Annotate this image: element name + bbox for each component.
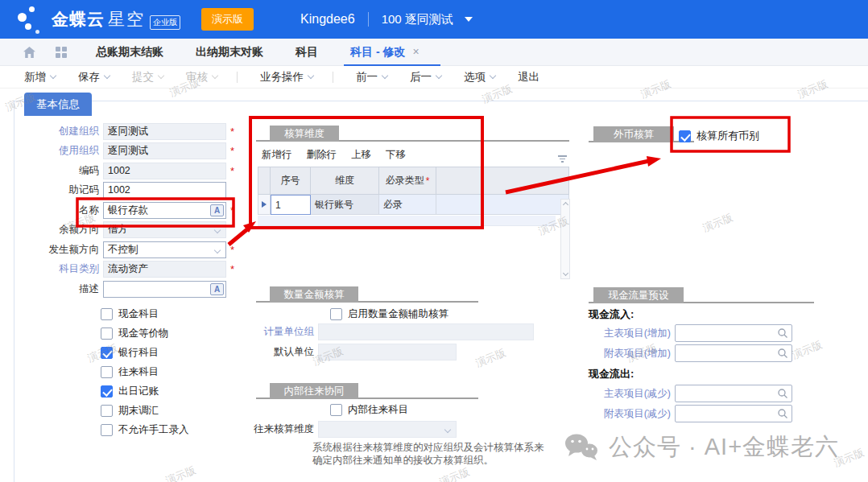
main-item-increase-input[interactable] xyxy=(675,324,792,342)
grid-scrollbar[interactable] xyxy=(560,199,570,279)
mnemonic-label: 助记码 xyxy=(0,183,103,197)
save-button[interactable]: 保存 xyxy=(78,70,110,84)
internal-checkbox-row: 内部往来科目 xyxy=(330,403,408,417)
delete-row-button[interactable]: 删除行 xyxy=(307,148,337,162)
inflow-attach-row: 附表项目(增加) xyxy=(589,344,792,362)
mnemonic-input[interactable]: 1002 xyxy=(103,182,226,199)
chevron-down-icon xyxy=(50,72,56,79)
col-required-type[interactable]: 必录类型* xyxy=(379,167,436,195)
unit-group-label[interactable]: 计量单位组 xyxy=(256,325,314,339)
internal-dimension-label: 往来核算维度 xyxy=(246,422,314,436)
inflow-main-row: 主表项目(增加) xyxy=(589,324,792,342)
table-row[interactable]: 1 银行账号 必录 xyxy=(258,195,569,215)
main-item-increase-label[interactable]: 主表项目(增加) xyxy=(589,327,671,340)
main-item-decrease-label[interactable]: 主表项目(减少) xyxy=(589,387,671,401)
tab-general-ledger-closing[interactable]: 总账期末结账 xyxy=(96,45,163,60)
default-unit-field xyxy=(318,344,457,360)
use-org-label[interactable]: 使用组织 xyxy=(0,144,103,158)
tab-account-modify[interactable]: 科目 - 修改× xyxy=(350,45,420,60)
demo-version-button[interactable]: 演示版 xyxy=(201,8,254,31)
checkbox-row: 出日记账 xyxy=(0,381,189,401)
col-dimension[interactable]: 维度 xyxy=(311,167,379,195)
cell-seq[interactable]: 1 xyxy=(271,195,311,215)
default-unit-row: 默认单位 xyxy=(256,344,457,360)
tab-basic-info[interactable]: 基本信息 xyxy=(24,93,92,116)
cell-dimension[interactable]: 银行账号 xyxy=(311,195,379,215)
search-icon xyxy=(777,348,788,359)
checkbox-row: 现金等价物 xyxy=(0,323,189,343)
next-button[interactable]: 后一 xyxy=(410,70,441,84)
main-item-decrease-input[interactable] xyxy=(675,385,792,402)
chevron-down-icon xyxy=(212,72,218,79)
amount-direction-select[interactable]: 不控制 xyxy=(103,241,226,258)
no-manual-entry-checkbox[interactable] xyxy=(101,424,113,436)
close-tab-icon[interactable]: × xyxy=(412,45,419,58)
previous-button[interactable]: 前一 xyxy=(356,70,387,84)
chevron-down-icon xyxy=(436,72,442,79)
dimension-grid-toolbar: 新增行 删除行 上移 下移 xyxy=(262,148,406,162)
exit-button[interactable]: 退出 xyxy=(518,70,539,84)
col-seq[interactable]: 序号 xyxy=(271,167,311,195)
chevron-down-icon xyxy=(444,426,451,433)
new-button[interactable]: 新增 xyxy=(24,70,56,84)
grid-empty-area xyxy=(258,216,556,226)
journal-checkbox[interactable] xyxy=(101,385,113,398)
table-header-row: 序号 维度 必录类型* xyxy=(258,167,569,195)
code-field: 1002 xyxy=(103,163,226,179)
form-row: 余额方向借方 xyxy=(0,220,246,241)
multilang-icon[interactable]: A xyxy=(210,283,224,295)
enable-qty-amount-checkbox[interactable] xyxy=(330,308,342,320)
attach-item-increase-label[interactable]: 附表项目(增加) xyxy=(589,347,671,360)
form-row: 描述A xyxy=(0,279,246,299)
internal-note-text: 系统根据往来核算维度的对应组织及会计核算体系来确定内部往来通知单的接收方核算组织… xyxy=(312,441,548,467)
all-currency-checkbox[interactable] xyxy=(679,130,691,142)
checkbox-row: 不允许手工录入 xyxy=(0,420,189,439)
scroll-up-icon xyxy=(562,202,568,208)
options-button[interactable]: 选项 xyxy=(464,70,495,84)
org-dropdown-caret-icon[interactable] xyxy=(465,17,473,22)
action-toolbar: 新增 保存 提交 审核 业务操作 前一 后一 选项 退出 xyxy=(0,66,868,89)
toolbar-divider xyxy=(237,72,238,83)
create-org-label[interactable]: 创建组织 xyxy=(0,125,103,138)
cash-account-checkbox[interactable] xyxy=(101,308,113,320)
tab-account[interactable]: 科目 xyxy=(296,45,318,60)
cash-equivalent-checkbox[interactable] xyxy=(101,328,113,340)
account-category-label[interactable]: 科目类别 xyxy=(0,262,103,276)
attach-item-decrease-input[interactable] xyxy=(675,405,792,422)
home-icon[interactable] xyxy=(23,46,36,59)
attach-item-decrease-label[interactable]: 附表项目(减少) xyxy=(589,407,671,421)
business-operation-button[interactable]: 业务操作 xyxy=(260,70,313,84)
description-input[interactable]: A xyxy=(103,281,226,298)
cell-required-type[interactable]: 必录 xyxy=(379,195,436,215)
top-header: 金蝶云 星空 企业版 演示版 Kingdee6 100 逐同测试 xyxy=(0,0,868,39)
search-icon xyxy=(777,408,788,419)
product-name: Kingdee6 xyxy=(300,12,355,27)
audit-button[interactable]: 审核 xyxy=(186,70,217,84)
move-up-button[interactable]: 上移 xyxy=(351,148,371,162)
period-end-adjust-checkbox[interactable] xyxy=(101,405,113,417)
account-attribute-checkboxes: 现金科目 现金等价物 银行科目 往来科目 出日记账 期末调汇 不允许手工录入 xyxy=(0,304,189,439)
multilang-icon[interactable]: A xyxy=(210,204,224,216)
move-down-button[interactable]: 下移 xyxy=(386,148,406,162)
attach-item-increase-input[interactable] xyxy=(675,344,792,362)
submit-button[interactable]: 提交 xyxy=(132,70,163,84)
org-selector-label[interactable]: 100 逐同测试 xyxy=(382,12,453,27)
account-category-field: 流动资产 xyxy=(103,261,226,278)
transaction-account-checkbox[interactable] xyxy=(101,366,113,378)
basic-info-form: 创建组织逐同测试* 使用组织逐同测试* 编码1002* 助记码1002 名称银行… xyxy=(0,122,246,299)
internal-dimension-row: 往来核算维度 xyxy=(246,421,457,438)
brand-subname: 星空 xyxy=(108,8,145,31)
required-star: * xyxy=(230,145,237,157)
filter-icon[interactable] xyxy=(557,155,567,163)
tab-cashier-reconciliation[interactable]: 出纳期末对账 xyxy=(196,45,263,60)
use-org-field: 逐同测试 xyxy=(103,142,226,159)
internal-account-checkbox[interactable] xyxy=(330,404,342,416)
bank-account-checkbox[interactable] xyxy=(101,347,113,359)
create-org-field: 逐同测试 xyxy=(103,123,226,140)
menu-grid-icon[interactable] xyxy=(56,47,67,58)
name-input[interactable]: 银行存款A xyxy=(103,202,226,219)
form-row: 编码1002* xyxy=(0,161,246,181)
row-marker-icon xyxy=(262,201,267,208)
add-row-button[interactable]: 新增行 xyxy=(262,148,292,162)
form-row: 科目类别流动资产* xyxy=(0,260,246,280)
